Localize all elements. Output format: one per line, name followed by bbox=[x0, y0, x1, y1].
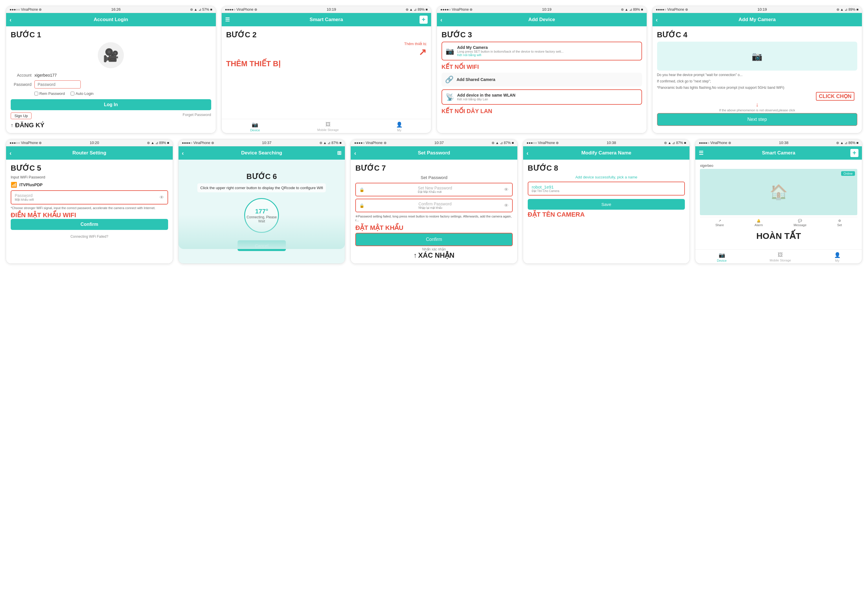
step7-card: ●●●●○ VinaPhone ⊛ 10:37 ⊛ ▲ ⊿ 87% ■ ‹ Se… bbox=[350, 139, 518, 264]
step2-card: ●●●●○ VinaPhone ⊛ 10:19 ⊛ ▲ ⊿ 89% ■ ☰ Sm… bbox=[221, 6, 432, 133]
step4-arrow-down: ↓ bbox=[657, 101, 858, 108]
step9-alarm-btn[interactable]: 🔔 Alarm bbox=[754, 219, 763, 227]
step1-forget-btn[interactable]: Forget Password bbox=[183, 112, 211, 119]
step3-time: 10:19 bbox=[542, 7, 552, 12]
step5-password-sublabel: Mật khẩu wifi bbox=[15, 198, 34, 202]
step7-label: BƯỚC 7 bbox=[355, 164, 513, 173]
step2-nav-device[interactable]: 📷 Device bbox=[250, 121, 260, 132]
step1-login-btn[interactable]: Log In bbox=[11, 99, 211, 110]
step3-back-icon[interactable]: ‹ bbox=[440, 16, 442, 23]
step1-rem-checkbox[interactable] bbox=[34, 92, 38, 96]
step9-nav-device[interactable]: 📷 Device bbox=[717, 252, 727, 262]
step6-status-bar: ●●●●○ VinaPhone ⊛ 10:37 ⊛ ▲ ⊿ 87% ■ bbox=[179, 139, 345, 146]
step7-new-pw-field[interactable]: 🔒 Set New Password Đặt Mật Khẩu mới 👁 bbox=[355, 183, 513, 196]
step2-add-hint: Thêm thiết bị bbox=[404, 42, 427, 46]
step3-wifi-title: Add My Camera bbox=[457, 45, 564, 50]
step3-header: ‹ Add Device bbox=[437, 13, 647, 27]
step6-label: BƯỚC 6 bbox=[247, 172, 277, 181]
step9-header: ☰ Smart Camera + bbox=[695, 146, 862, 160]
step9-camera-preview[interactable]: 🏠 Online bbox=[700, 169, 857, 215]
step1-checkboxes: Rem Password Auto Login bbox=[34, 91, 211, 96]
step7-confirm-pw-eye-icon[interactable]: 👁 bbox=[504, 203, 509, 208]
step7-new-pw-eye-icon[interactable]: 👁 bbox=[504, 187, 509, 192]
step9-message-label: Message bbox=[794, 223, 807, 227]
step2-label: BƯỚC 2 bbox=[226, 30, 427, 39]
step2-menu-icon[interactable]: ☰ bbox=[225, 16, 230, 23]
step2-body: BƯỚC 2 Thêm thiết bị ↗ THÊM THIẾT BỊ bbox=[221, 27, 431, 119]
step9-action-row: ↗ Share 🔔 Alarm 💬 Message ⚙ Set bbox=[700, 217, 857, 228]
step3-option-shared[interactable]: 🔗 Add Shared Camera bbox=[441, 72, 642, 87]
step9-share-btn[interactable]: ↗ Share bbox=[715, 219, 723, 227]
step4-next-step-btn[interactable]: Next step bbox=[657, 113, 858, 126]
step6-qr-icon[interactable]: ⊞ bbox=[337, 150, 341, 156]
step9-plus-btn[interactable]: + bbox=[850, 149, 858, 157]
step8-header: ‹ Modify Camera Name bbox=[523, 146, 690, 160]
step4-status-bar: ●●●●○ VinaPhone ⊛ 10:19 ⊛ ▲ ⊿ 89% ■ bbox=[652, 6, 862, 13]
step1-rem-password[interactable]: Rem Password bbox=[34, 91, 65, 96]
step4-back-icon[interactable]: ‹ bbox=[656, 16, 658, 23]
step3-wifi-ketnoi: Kết nối bằng wifi bbox=[457, 53, 564, 57]
top-row: ●●●○○ VinaPhone ⊛ 16:26 ⊛ ▲ ⊿ 57% ■ ‹ Ac… bbox=[6, 6, 862, 133]
step7-annotation-datmk: ĐẶT MẬT KHẨU bbox=[355, 224, 513, 232]
step1-time: 16:26 bbox=[111, 7, 121, 12]
step4-status-right: ⊛ ▲ ⊿ 89% ■ bbox=[837, 7, 858, 12]
step8-back-icon[interactable]: ‹ bbox=[527, 150, 528, 156]
step8-status-right: ⊛ ▲ ⊿ 87% ■ bbox=[664, 141, 686, 145]
step5-eye-icon[interactable]: 👁 bbox=[159, 195, 164, 200]
step5-back-icon[interactable]: ‹ bbox=[10, 150, 12, 156]
step4-body: BƯỚC 4 📷 Do you hear the device prompt "… bbox=[652, 27, 862, 133]
step1-status-left: ●●●○○ VinaPhone ⊛ bbox=[10, 7, 42, 12]
step8-card: ●●●○○ VinaPhone ⊛ 10:38 ⊛ ▲ ⊿ 87% ■ ‹ Mo… bbox=[523, 139, 690, 264]
step5-status-right: ⊛ ▲ ⊿ 89% ■ bbox=[147, 141, 169, 145]
step4-label: BƯỚC 4 bbox=[657, 30, 858, 39]
step6-body: BƯỚC 6 Click the upper right corner butt… bbox=[179, 160, 345, 264]
step7-confirm-pw-field[interactable]: 🔒 Confirm Password Nhập lại mật khẩu 👁 bbox=[355, 199, 513, 212]
step2-nav-storage[interactable]: 🖼 Mobile Storage bbox=[317, 121, 339, 132]
step3-option-lan[interactable]: 📡 Add device in the same WLAN Kết nối bằ… bbox=[441, 89, 642, 105]
step9-set-btn[interactable]: ⚙ Set bbox=[837, 219, 842, 227]
step6-back-icon[interactable]: ‹ bbox=[182, 150, 184, 156]
step1-password-input[interactable] bbox=[34, 80, 81, 88]
step3-option-wifi[interactable]: 📷 Add My Camera Long press SET button in… bbox=[441, 42, 642, 60]
step2-nav-my[interactable]: 👤 My bbox=[396, 121, 403, 132]
step5-confirm-btn[interactable]: Confirm bbox=[11, 219, 168, 230]
step3-wifi-text: Add My Camera Long press SET button in b… bbox=[457, 45, 564, 57]
step7-back-icon[interactable]: ‹ bbox=[354, 150, 356, 156]
step9-menu-icon[interactable]: ☰ bbox=[699, 150, 703, 156]
step5-time: 10:20 bbox=[90, 141, 99, 145]
step7-new-pw-sublabel: Đặt Mật Khẩu mới bbox=[418, 190, 452, 193]
step9-nav-storage[interactable]: 🖼 Mobile Storage bbox=[770, 252, 791, 262]
step1-header-title: Account Login bbox=[94, 17, 128, 22]
step1-links-row: Sign Up Forget Password bbox=[11, 112, 211, 119]
step4-status-left: ●●●●○ VinaPhone ⊛ bbox=[656, 7, 688, 12]
step8-save-btn[interactable]: Save bbox=[528, 199, 685, 210]
step1-back-icon[interactable]: ‹ bbox=[10, 16, 12, 23]
step2-arrow-icon: ↗ bbox=[419, 47, 427, 57]
step1-auto-login[interactable]: Auto Login bbox=[71, 91, 93, 96]
step7-confirm-btn[interactable]: Confirm bbox=[355, 233, 513, 246]
step8-body: BƯỚC 8 Add device successfully, pick a n… bbox=[523, 160, 690, 264]
step8-camera-name-field[interactable]: robot_1e91 Đặt Tên Cho Camera bbox=[528, 182, 685, 196]
step1-account-row: Account xigerbeo177 bbox=[11, 73, 211, 78]
step9-alarm-icon: 🔔 bbox=[757, 219, 761, 223]
step1-auto-checkbox[interactable] bbox=[71, 92, 74, 96]
step7-pw-note: ※Password setting failed, long press res… bbox=[355, 215, 513, 222]
step9-online-badge: Online bbox=[841, 171, 855, 176]
step9-device-icon: 📷 bbox=[719, 252, 725, 258]
step5-password-field[interactable]: Password Mật khẩu wifi 👁 bbox=[11, 190, 168, 205]
step5-wifi-row: 📶 ITVPlusPDP bbox=[11, 182, 168, 188]
step2-plus-btn[interactable]: + bbox=[419, 16, 428, 24]
step9-set-label: Set bbox=[837, 223, 842, 227]
step9-status-right: ⊛ ▲ ⊿ 86% ■ bbox=[836, 141, 858, 145]
step4-small-link[interactable]: If the above phenomenon is not observed,… bbox=[657, 109, 858, 112]
step1-dangky-label: ĐĂNG KÝ bbox=[15, 121, 44, 129]
step1-auto-label: Auto Login bbox=[75, 91, 93, 96]
step2-bottom-nav: 📷 Device 🖼 Mobile Storage 👤 My bbox=[221, 119, 431, 133]
step5-header-title: Router Setting bbox=[72, 150, 106, 156]
step1-password-label: Password bbox=[11, 82, 31, 87]
step9-message-btn[interactable]: 💬 Message bbox=[794, 219, 807, 227]
step1-card: ●●●○○ VinaPhone ⊛ 16:26 ⊛ ▲ ⊿ 57% ■ ‹ Ac… bbox=[6, 6, 216, 133]
step2-my-icon: 👤 bbox=[396, 121, 403, 128]
step9-nav-my[interactable]: 👤 My bbox=[834, 252, 840, 262]
step1-signup-btn[interactable]: Sign Up bbox=[11, 112, 31, 119]
